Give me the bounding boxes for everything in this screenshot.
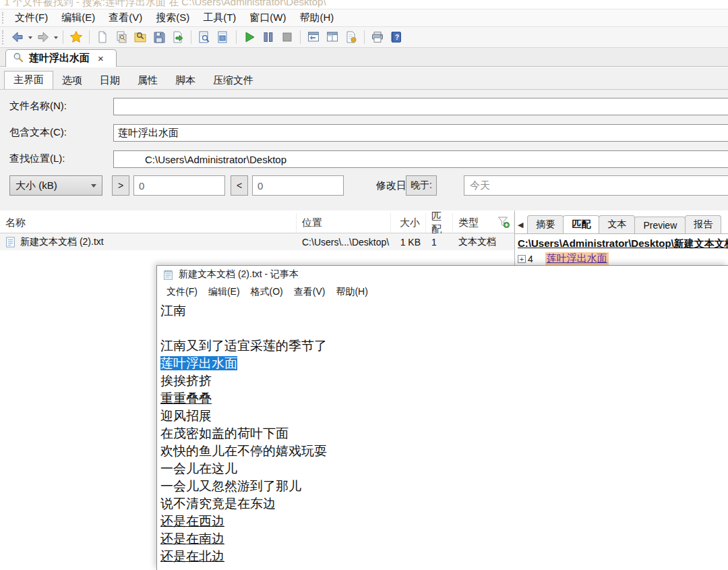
detail-tab-1[interactable]: 摘要 — [527, 215, 564, 233]
notepad-menu-item-5[interactable]: 帮助(H) — [330, 285, 373, 300]
look-in-input[interactable] — [113, 150, 728, 168]
detail-tab-4[interactable]: Preview — [634, 217, 686, 233]
notepad-menu-item-4[interactable]: 查看(V) — [289, 285, 331, 300]
column-header-1[interactable]: 名称 — [0, 213, 297, 233]
expand-icon[interactable]: + — [518, 255, 526, 263]
star-icon[interactable] — [68, 29, 84, 45]
notepad-line-5: 挨挨挤挤 — [160, 372, 728, 390]
match-highlight-text: 莲叶浮出水面 — [545, 252, 609, 265]
size-date-row: 大小 (kB) > < 修改日期 晚于: — [0, 175, 728, 196]
subtab-5[interactable]: 脚本 — [166, 72, 204, 90]
search-tab[interactable]: 莲叶浮出水面 × — [5, 49, 117, 67]
column-header-2[interactable]: 位置 — [297, 213, 391, 233]
size-unit-dropdown[interactable]: 大小 (kB) — [9, 175, 102, 196]
app-menu-item-4[interactable]: 搜索(S) — [149, 9, 196, 26]
toolbar-gripper — [2, 12, 5, 24]
notepad-line-4: 莲叶浮出水面 — [160, 355, 728, 372]
start-search-icon[interactable] — [241, 29, 257, 45]
view-file-icon[interactable] — [196, 29, 212, 45]
detail-tabs: ◀ 摘要匹配文本Preview报告 — [515, 216, 728, 233]
window-split-icon[interactable] — [324, 29, 340, 45]
result-cell-matches: 1 — [426, 233, 453, 250]
notepad-line-11: 一会儿又忽然游到了那儿 — [160, 478, 728, 495]
toolbar-separator — [364, 30, 365, 44]
toolbar-separator — [191, 30, 191, 44]
result-cell-location: C:\Users\...\Desktop\ — [297, 233, 391, 250]
view-file-preview-icon[interactable] — [215, 29, 231, 45]
size-min-input[interactable] — [133, 175, 225, 196]
detail-tab-2[interactable]: 匹配 — [563, 215, 599, 233]
app-menu-item-6[interactable]: 窗口(W) — [243, 9, 293, 26]
app-menu-item-2[interactable]: 编辑(E) — [55, 9, 102, 26]
notepad-titlebar[interactable]: 新建文本文档 (2).txt - 记事本 — [157, 266, 728, 283]
toolbar-separator — [89, 30, 90, 44]
print-icon[interactable] — [369, 29, 386, 45]
search-criteria-panel: 主界面选项日期属性脚本压缩文件 文件名称(N): 包含文本(C): 查找位置(L… — [0, 67, 728, 210]
copy-search-icon[interactable] — [113, 29, 129, 45]
look-in-row: 查找位置(L): — [0, 150, 728, 168]
open-search-icon[interactable] — [132, 29, 148, 45]
detail-tab-3[interactable]: 文本 — [599, 215, 635, 233]
result-row[interactable]: 新建文本文档 (2).txtC:\Users\...\Desktop\1 KB1… — [0, 233, 514, 250]
subtab-2[interactable]: 选项 — [53, 72, 91, 90]
window-titlebar: 1 个文件被找到 - 搜索:莲叶浮出水面 在 C:\Users\Administ… — [0, 0, 728, 9]
app-menu-items: 文件(F)编辑(E)查看(V)搜索(S)工具(T)窗口(W)帮助(H) — [8, 9, 340, 26]
notepad-line-7: 迎风招展 — [160, 407, 728, 425]
forward-icon[interactable] — [35, 29, 51, 45]
stop-search-icon[interactable] — [279, 29, 295, 45]
notepad-menu-item-3[interactable]: 格式(O) — [245, 285, 289, 300]
new-search-icon[interactable] — [94, 29, 111, 45]
notepad-icon — [162, 269, 174, 281]
app-toolbar: ? — [0, 27, 728, 48]
match-line-number: 4 — [528, 254, 533, 264]
subtab-6[interactable]: 压缩文件 — [204, 72, 262, 90]
save-search-icon[interactable] — [151, 29, 167, 45]
app-menu-item-3[interactable]: 查看(V) — [102, 9, 149, 26]
caret-icon[interactable] — [53, 29, 59, 45]
notepad-text-area[interactable]: 江南 江南又到了适宜采莲的季节了莲叶浮出水面挨挨挤挤重重叠叠迎风招展在茂密如盖的… — [157, 301, 728, 570]
window-layout-icon[interactable] — [305, 29, 322, 45]
matched-file-path[interactable]: C:\Users\Administrator\Desktop\新建文本文档 — [518, 237, 728, 250]
export-results-icon[interactable] — [170, 29, 186, 45]
notepad-title: 新建文本文档 (2).txt - 记事本 — [179, 268, 299, 281]
notepad-line-13: 还是在西边 — [160, 513, 728, 530]
notepad-line-9: 欢快的鱼儿在不停的嬉戏玩耍 — [160, 443, 728, 460]
caret-icon[interactable] — [27, 29, 34, 45]
look-in-label: 查找位置(L): — [9, 152, 65, 165]
later-than-button[interactable]: 晚于: — [406, 175, 437, 196]
toolbar-separator — [236, 30, 237, 44]
file-name-input[interactable] — [113, 98, 728, 115]
report-icon[interactable] — [343, 29, 359, 45]
column-header-4[interactable]: 匹配 — [426, 213, 453, 233]
close-tab-icon[interactable]: × — [98, 53, 104, 64]
subtab-1[interactable]: 主界面 — [4, 71, 53, 90]
app-menu-item-1[interactable]: 文件(F) — [8, 9, 55, 26]
size-unit-label: 大小 (kB) — [16, 179, 57, 192]
notepad-menu-item-1[interactable]: 文件(F) — [161, 285, 203, 300]
containing-text-input[interactable] — [113, 124, 728, 142]
pause-search-icon[interactable] — [260, 29, 276, 45]
selected-text: 莲叶浮出水面 — [160, 356, 237, 370]
criteria-subtabs: 主界面选项日期属性脚本压缩文件 — [4, 73, 262, 90]
subtab-3[interactable]: 日期 — [91, 72, 129, 90]
match-line[interactable]: + 4 莲叶浮出水面 — [518, 252, 609, 265]
detail-tab-5[interactable]: 报告 — [685, 215, 721, 233]
subtab-4[interactable]: 属性 — [129, 72, 166, 90]
subtab-divider — [0, 89, 728, 90]
size-max-input[interactable] — [252, 175, 344, 196]
greater-than-button[interactable]: > — [112, 175, 129, 196]
toolbar-separator — [63, 30, 63, 44]
result-cell-type: 文本文档 — [453, 233, 514, 250]
svg-text:?: ? — [395, 34, 399, 41]
column-header-3[interactable]: 大小 — [391, 213, 426, 233]
notepad-menu-item-2[interactable]: 编辑(E) — [203, 285, 245, 300]
filter-funnel-icon[interactable] — [497, 215, 510, 229]
result-cell-size: 1 KB — [391, 233, 426, 250]
tab-scroll-left-icon[interactable]: ◀ — [515, 221, 527, 233]
back-icon[interactable] — [9, 29, 26, 45]
less-than-button[interactable]: < — [231, 175, 248, 196]
help-icon[interactable]: ? — [388, 29, 404, 45]
app-menu-item-7[interactable]: 帮助(H) — [293, 9, 340, 26]
later-than-input[interactable] — [464, 175, 728, 196]
app-menu-item-5[interactable]: 工具(T) — [196, 9, 243, 26]
